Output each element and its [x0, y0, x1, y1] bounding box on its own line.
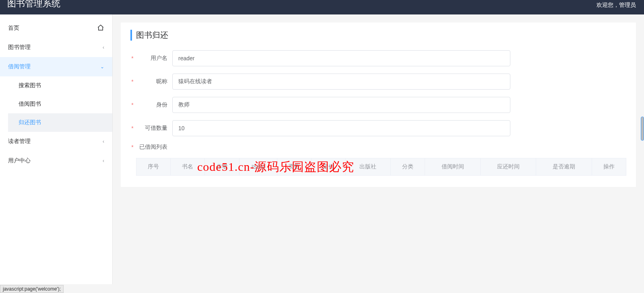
th-borrow-time: 借阅时间	[425, 158, 481, 176]
chevron-left-icon: ‹	[103, 139, 104, 144]
borrowed-table: 序号 书名 作者 ISBN 页数 定价 出版社 分类 借阅时间 应还时间 是否逾…	[136, 158, 626, 176]
sidebar-submenu-borrow: 搜索图书 借阅图书 归还图书	[0, 76, 112, 132]
field-label: 用户名	[136, 55, 172, 62]
th-name: 书名	[171, 158, 205, 176]
sidebar-item-reader-mgmt[interactable]: 读者管理 ‹	[0, 132, 112, 151]
field-label: 可借数量	[136, 125, 172, 132]
username-input[interactable]	[172, 50, 510, 66]
field-label: 已借阅列表	[136, 143, 172, 151]
form-row-quota: * 可借数量	[130, 120, 626, 136]
sidebar-item-search-book[interactable]: 搜索图书	[8, 76, 112, 95]
sidebar-item-borrow-mgmt[interactable]: 借阅管理 ⌄	[0, 57, 112, 76]
sidebar-item-label: 搜索图书	[19, 82, 104, 89]
th-price: 定价	[311, 158, 345, 176]
th-isbn: ISBN	[239, 158, 277, 176]
required-mark: *	[130, 78, 134, 85]
th-overdue: 是否逾期	[536, 158, 592, 176]
sidebar-item-book-mgmt[interactable]: 图书管理 ‹	[0, 38, 112, 57]
th-publisher: 出版社	[346, 158, 391, 176]
sidebar-item-return-book[interactable]: 归还图书	[8, 113, 112, 132]
sidebar-item-label: 图书管理	[8, 44, 103, 51]
th-author: 作者	[205, 158, 239, 176]
form-row-identity: * 身份	[130, 97, 626, 113]
return-book-panel: 图书归还 * 用户名 * 昵称 * 身份 * 可借数量	[121, 23, 636, 187]
required-mark: *	[130, 125, 134, 131]
identity-input[interactable]	[172, 97, 510, 113]
th-due-time: 应还时间	[481, 158, 536, 176]
panel-title: 图书归还	[130, 30, 626, 41]
form-row-username: * 用户名	[130, 50, 626, 66]
form-row-nickname: * 昵称	[130, 74, 626, 90]
nickname-input[interactable]	[172, 74, 510, 90]
th-index: 序号	[136, 158, 171, 176]
required-mark: *	[130, 102, 134, 108]
chevron-left-icon: ‹	[103, 158, 104, 164]
form-row-borrowed-list: * 已借阅列表	[130, 143, 626, 151]
main-content: 图书归还 * 用户名 * 昵称 * 身份 * 可借数量	[113, 14, 644, 284]
home-icon	[97, 24, 104, 33]
sidebar: 首页 图书管理 ‹ 借阅管理 ⌄ 搜索图书 借阅图书 归还图书 读者管理	[0, 14, 113, 284]
sidebar-item-label: 用户中心	[8, 157, 103, 164]
sidebar-item-home[interactable]: 首页	[0, 18, 112, 38]
required-mark: *	[130, 144, 134, 150]
sidebar-item-label: 归还图书	[19, 119, 104, 126]
chevron-down-icon: ⌄	[100, 64, 104, 70]
sidebar-item-label: 借阅管理	[8, 63, 100, 70]
sidebar-item-borrow-book[interactable]: 借阅图书	[8, 95, 112, 113]
borrowed-table-wrap: 序号 书名 作者 ISBN 页数 定价 出版社 分类 借阅时间 应还时间 是否逾…	[136, 158, 626, 176]
sidebar-item-label: 借阅图书	[19, 100, 104, 108]
field-label: 昵称	[136, 78, 172, 85]
field-label: 身份	[136, 101, 172, 109]
welcome-text: 欢迎您，管理员	[597, 2, 636, 9]
required-mark: *	[130, 55, 134, 61]
scrollbar-handle[interactable]	[641, 117, 644, 141]
app-title: 图书管理系统	[0, 0, 60, 10]
sidebar-item-label: 首页	[8, 25, 97, 32]
top-header: 图书管理系统 欢迎您，管理员	[0, 0, 644, 14]
quota-input[interactable]	[172, 120, 510, 136]
th-action: 操作	[592, 158, 626, 176]
sidebar-item-label: 读者管理	[8, 138, 103, 145]
th-category: 分类	[390, 158, 425, 176]
sidebar-item-user-center[interactable]: 用户中心 ‹	[0, 151, 112, 170]
chevron-left-icon: ‹	[103, 45, 104, 50]
th-pages: 页数	[277, 158, 311, 176]
